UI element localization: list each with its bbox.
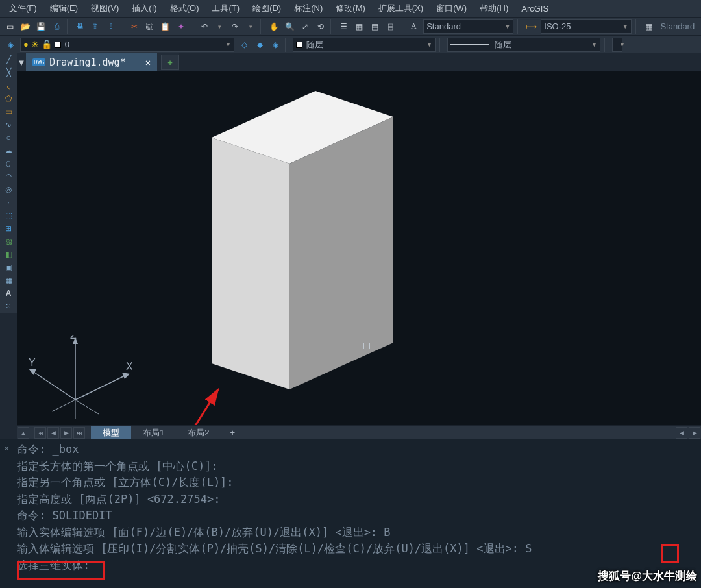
layer-dropdown[interactable]: ● ☀ 🔓 0 ▼ xyxy=(20,38,234,52)
menu-dimension[interactable]: 标注(N) xyxy=(288,0,329,17)
tab-last-icon[interactable]: ⏭ xyxy=(73,427,85,439)
layer-prev-icon[interactable]: ◆ xyxy=(252,38,267,52)
menu-modify[interactable]: 修改(M) xyxy=(329,0,372,17)
block-icon[interactable]: ⬚ xyxy=(0,209,17,222)
donut-icon[interactable]: ◎ xyxy=(0,183,17,196)
revcloud-icon[interactable]: ☁ xyxy=(0,144,17,157)
dim-style-icon[interactable]: ⟼ xyxy=(524,19,538,34)
cmd-close-icon[interactable]: ✕ xyxy=(4,441,9,455)
new-tab-button[interactable]: + xyxy=(161,55,179,70)
cmd-prompt: 选择三维实体: xyxy=(17,557,698,574)
close-icon[interactable]: ✕ xyxy=(145,57,151,67)
draw-toolbar: ╱ ╳ ◟ ⬠ ▭ ∿ ○ ☁ ⬯ ◠ ◎ · ⬚ ⊞ ▨ ◧ ▣ ▦ A ⁙ xyxy=(0,53,17,313)
region-icon[interactable]: ▣ xyxy=(0,261,17,274)
bylayer-color-swatch xyxy=(296,42,302,48)
menu-tools[interactable]: 工具(T) xyxy=(205,0,246,17)
redo-icon[interactable]: ↷ xyxy=(228,19,242,34)
menu-express[interactable]: 扩展工具(X) xyxy=(372,0,430,17)
svg-line-11 xyxy=(32,371,75,400)
grid-dots-icon[interactable]: ⁙ xyxy=(0,300,17,313)
menu-window[interactable]: 窗口(W) xyxy=(430,0,473,17)
copy-icon[interactable]: ⿻ xyxy=(143,19,157,34)
tab-collapse-icon[interactable]: ▼ xyxy=(17,58,26,67)
annotation-box xyxy=(17,561,105,580)
cmd-line: 输入体编辑选项 [压印(I)/分割实体(P)/抽壳(S)/清除(L)/检查(C)… xyxy=(17,541,698,557)
publish-icon[interactable]: ⇪ xyxy=(104,19,118,34)
menu-arcgis[interactable]: ArcGIS xyxy=(515,1,555,16)
text-style-icon[interactable]: A xyxy=(406,19,421,34)
tab-scroll-left-icon[interactable]: ◀ xyxy=(676,427,687,439)
plot-preview-icon[interactable]: 🗎 xyxy=(88,19,103,34)
svg-text:Z: Z xyxy=(70,335,77,341)
properties-icon[interactable]: ☰ xyxy=(337,19,351,34)
arc-icon[interactable]: ◟ xyxy=(0,79,17,92)
cut-icon[interactable]: ✂ xyxy=(127,19,141,34)
menu-insert[interactable]: 插入(I) xyxy=(125,0,163,17)
zoom-window-icon[interactable]: ⤢ xyxy=(298,19,312,34)
polygon-icon[interactable]: ⬠ xyxy=(0,92,17,105)
pan-icon[interactable]: ✋ xyxy=(267,19,281,34)
mtext-icon[interactable]: A xyxy=(0,287,17,300)
tab-scroll-right-icon[interactable]: ▶ xyxy=(689,427,700,439)
file-tab-drawing1[interactable]: DWG Drawing1.dwg* ✕ xyxy=(26,53,157,71)
zoom-realtime-icon[interactable]: 🔍 xyxy=(282,19,297,34)
menu-help[interactable]: 帮助(H) xyxy=(473,0,515,17)
xline-icon[interactable]: ╳ xyxy=(0,66,17,79)
tab-prev-icon[interactable]: ◀ xyxy=(47,427,59,439)
gradient-icon[interactable]: ◧ xyxy=(0,248,17,261)
svg-line-8 xyxy=(75,375,126,400)
text-style-dropdown[interactable]: Standard▼ xyxy=(423,19,513,34)
new-icon[interactable]: ▭ xyxy=(3,19,18,34)
layer-match-icon[interactable]: ◈ xyxy=(268,38,282,52)
line-icon[interactable]: ╱ xyxy=(0,53,17,66)
undo-drop-icon[interactable]: ▾ xyxy=(213,19,227,34)
zoom-prev-icon[interactable]: ⟲ xyxy=(314,19,328,34)
layer-iso-icon[interactable]: ◇ xyxy=(237,38,251,52)
menu-edit[interactable]: 编辑(E) xyxy=(43,0,84,17)
file-title: Drawing1.dwg* xyxy=(49,56,125,68)
lineweight-dropdown[interactable]: ▼ xyxy=(612,38,622,52)
hatch-icon[interactable]: ▨ xyxy=(0,235,17,248)
undo-icon[interactable]: ↶ xyxy=(197,19,212,34)
circle-icon[interactable]: ○ xyxy=(0,131,17,144)
tab-next-icon[interactable]: ▶ xyxy=(60,427,72,439)
calc-icon[interactable]: ⌸ xyxy=(383,19,397,34)
expand-up-icon[interactable]: ▲ xyxy=(18,427,29,439)
add-layout-button[interactable]: + xyxy=(221,428,244,437)
layer-manager-icon[interactable]: ◈ xyxy=(3,38,18,52)
tab-model[interactable]: 模型 xyxy=(91,426,131,440)
table-style-value: Standard xyxy=(656,21,698,31)
tool-palettes-icon[interactable]: ▤ xyxy=(368,19,382,34)
saveas-icon[interactable]: ⎙ xyxy=(50,19,64,34)
linetype-preview xyxy=(450,44,489,45)
print-icon[interactable]: 🖶 xyxy=(73,19,88,34)
table-icon[interactable]: ▦ xyxy=(0,274,17,287)
tab-layout1[interactable]: 布局1 xyxy=(131,426,176,440)
paste-icon[interactable]: 📋 xyxy=(158,19,173,34)
table-style-icon[interactable]: ▦ xyxy=(642,19,656,34)
redo-drop-icon[interactable]: ▾ xyxy=(243,19,258,34)
point-icon[interactable]: · xyxy=(0,196,17,209)
cmd-line: 命令: SOLIDEDIT xyxy=(17,508,698,524)
design-center-icon[interactable]: ▦ xyxy=(352,19,367,34)
menu-format[interactable]: 格式(O) xyxy=(164,0,206,17)
open-icon[interactable]: 📂 xyxy=(19,19,33,34)
tab-layout2[interactable]: 布局2 xyxy=(176,426,221,440)
menu-view[interactable]: 视图(V) xyxy=(84,0,125,17)
insert-icon[interactable]: ⊞ xyxy=(0,222,17,235)
tab-first-icon[interactable]: ⏮ xyxy=(34,427,46,439)
ellipse-icon[interactable]: ⬯ xyxy=(0,157,17,170)
dim-style-dropdown[interactable]: ISO-25▼ xyxy=(541,19,631,34)
color-dropdown[interactable]: 随层 ▼ xyxy=(293,38,436,52)
rectangle-icon[interactable]: ▭ xyxy=(0,105,17,118)
command-window[interactable]: ✕ 命令: _box 指定长方体的第一个角点或 [中心(C)]: 指定另一个角点… xyxy=(0,439,701,588)
linetype-dropdown[interactable]: 随层 ▼ xyxy=(447,38,600,52)
ellipse-arc-icon[interactable]: ◠ xyxy=(0,170,17,183)
matchprop-icon[interactable]: ✦ xyxy=(174,19,188,34)
menu-draw[interactable]: 绘图(D) xyxy=(246,0,288,17)
layer-freeze-icon: ☀ xyxy=(31,40,39,49)
save-icon[interactable]: 💾 xyxy=(34,19,49,34)
layer-color-swatch xyxy=(55,42,61,48)
spline-icon[interactable]: ∿ xyxy=(0,118,17,131)
menu-file[interactable]: 文件(F) xyxy=(3,0,43,17)
